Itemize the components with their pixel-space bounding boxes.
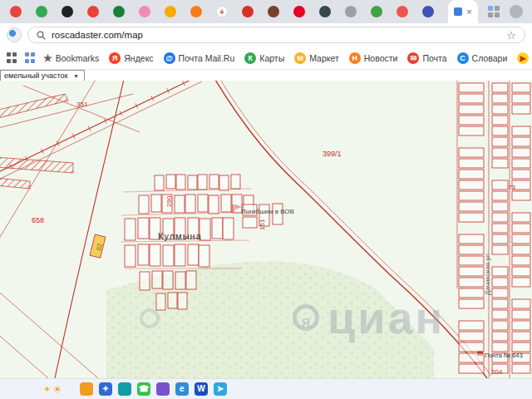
parcel[interactable]	[231, 175, 240, 189]
parcel[interactable]	[178, 293, 187, 309]
parcel[interactable]	[512, 310, 530, 319]
parcel[interactable]	[166, 175, 175, 189]
parcel[interactable]	[512, 364, 530, 373]
pinned-tab-10[interactable]	[268, 6, 279, 17]
parcel[interactable]	[163, 271, 173, 289]
parcel[interactable]	[512, 256, 530, 265]
parcel[interactable]	[492, 105, 508, 114]
services-grid-icon[interactable]	[25, 52, 36, 63]
parcel[interactable]	[459, 245, 484, 254]
parcel[interactable]	[185, 195, 195, 213]
parcel[interactable]	[459, 267, 484, 276]
parcel[interactable]	[188, 244, 199, 265]
parcel[interactable]	[492, 202, 508, 211]
app-orange-icon[interactable]	[80, 382, 93, 396]
parcel[interactable]	[212, 218, 223, 239]
bookmark-item[interactable]: ССловари	[457, 52, 508, 64]
parcel[interactable]	[151, 195, 161, 212]
bookmark-item[interactable]: ННовости	[349, 52, 398, 64]
map-area[interactable]: 351658399/12901516273204КулмынаПогибшим …	[0, 81, 532, 378]
parcel[interactable]	[150, 244, 160, 266]
pinned-tab-8[interactable]: +	[216, 6, 228, 17]
parcel[interactable]	[512, 299, 530, 308]
parcel[interactable]	[223, 218, 234, 239]
parcel[interactable]	[459, 170, 484, 179]
parcel[interactable]	[492, 180, 508, 190]
parcel[interactable]	[512, 332, 530, 341]
parcel[interactable]	[138, 218, 149, 239]
app-teal-icon[interactable]	[118, 382, 131, 396]
pinned-tab-7[interactable]	[190, 6, 202, 17]
parcel[interactable]	[512, 342, 530, 352]
parcel[interactable]	[512, 213, 530, 222]
parcel[interactable]	[492, 116, 508, 125]
whatsapp-icon[interactable]: ☎	[137, 382, 150, 396]
parcel[interactable]	[512, 224, 530, 233]
parcel[interactable]	[198, 195, 208, 212]
parcel[interactable]	[152, 271, 162, 288]
parcel[interactable]	[492, 332, 508, 341]
parcel[interactable]	[492, 299, 508, 308]
parcel[interactable]	[492, 191, 508, 200]
parcel[interactable]	[186, 271, 196, 289]
parcel[interactable]	[512, 234, 530, 244]
parcel[interactable]	[163, 245, 174, 266]
parcel[interactable]	[125, 219, 135, 240]
pinned-tab-14[interactable]	[371, 6, 382, 17]
pinned-tab-15[interactable]	[397, 6, 408, 17]
parcel[interactable]	[492, 342, 508, 352]
parcel[interactable]	[459, 180, 484, 190]
parcel[interactable]	[459, 256, 484, 265]
parcel[interactable]	[459, 342, 484, 352]
parcel[interactable]	[459, 83, 484, 92]
weather-widget[interactable]: ✦ ☀	[43, 383, 62, 396]
parcel[interactable]	[512, 159, 530, 168]
parcel[interactable]	[459, 159, 484, 168]
tab-close-icon[interactable]: ×	[466, 7, 471, 17]
parcel[interactable]	[139, 195, 149, 214]
parcel[interactable]	[459, 321, 484, 330]
parcel[interactable]	[459, 288, 484, 298]
url-text[interactable]: roscadaster.com/map	[52, 30, 500, 40]
parcel[interactable]	[492, 159, 508, 168]
active-tab[interactable]: ×	[448, 0, 478, 23]
app-blue-icon[interactable]: ✦	[99, 382, 112, 396]
parcel[interactable]	[512, 245, 530, 254]
parcel[interactable]	[459, 148, 484, 157]
parcel[interactable]	[492, 148, 508, 157]
parcel[interactable]	[459, 126, 484, 135]
parcel[interactable]	[492, 234, 508, 244]
parcel[interactable]	[492, 288, 508, 298]
parcel[interactable]	[459, 234, 484, 244]
bookmark-item[interactable]: ЯЯндекс	[109, 52, 153, 64]
parcel[interactable]	[512, 148, 530, 157]
pinned-tab-1[interactable]	[36, 6, 47, 17]
parcel[interactable]	[512, 267, 530, 276]
parcel[interactable]	[168, 293, 177, 308]
parcel[interactable]	[512, 126, 530, 135]
bookmark-item[interactable]: ✉Почта	[407, 52, 446, 64]
parcel[interactable]	[492, 213, 508, 222]
profile-avatar[interactable]	[510, 5, 523, 18]
pinned-tab-13[interactable]	[345, 6, 357, 17]
parcel[interactable]	[140, 272, 150, 290]
parcel[interactable]	[459, 353, 484, 362]
parcel[interactable]	[492, 126, 508, 135]
parcel[interactable]	[492, 83, 508, 92]
parcel[interactable]	[512, 278, 530, 287]
bookmark-item[interactable]: ММаркет	[294, 52, 339, 64]
parcel[interactable]	[243, 217, 257, 228]
parcel-type-select[interactable]: емельный участок ▾	[0, 70, 85, 81]
apps-grid-icon[interactable]	[7, 52, 17, 63]
parcel[interactable]	[459, 332, 484, 341]
word-icon[interactable]: W	[195, 382, 208, 396]
pinned-tab-12[interactable]	[319, 6, 331, 17]
bookmark-item[interactable]: ▶Видео	[517, 52, 532, 64]
parcel[interactable]	[156, 293, 165, 310]
parcel[interactable]	[492, 224, 508, 233]
parcel[interactable]	[459, 299, 484, 308]
app-purple-icon[interactable]	[156, 382, 170, 396]
parcel[interactable]	[459, 94, 484, 103]
parcel[interactable]	[125, 245, 135, 267]
pinned-tab-5[interactable]	[139, 6, 150, 17]
